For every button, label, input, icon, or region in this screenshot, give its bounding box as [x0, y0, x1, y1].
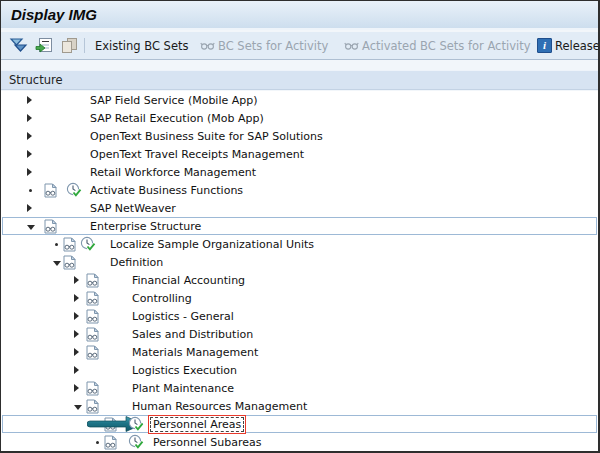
tree-row[interactable]: Plant Maintenance — [1, 379, 598, 397]
img-documentation-icon[interactable] — [63, 253, 76, 271]
tree-item-label[interactable]: SAP NetWeaver — [87, 201, 179, 216]
tree-item-label[interactable]: OpenText Travel Receipts Management — [87, 147, 307, 162]
existing-bc-sets-button[interactable]: Existing BC Sets — [95, 32, 188, 59]
tree-item-label[interactable]: Logistics Execution — [129, 363, 240, 378]
existing-bc-sets-label: Existing BC Sets — [95, 39, 188, 53]
bullet-dot — [94, 433, 99, 451]
toolbar: Existing BC Sets BC Sets for Activity — [1, 32, 598, 60]
tree-row[interactable]: OpenText Business Suite for SAP Solution… — [1, 127, 598, 145]
tree-row[interactable]: Logistics Execution — [1, 361, 598, 379]
img-documentation-icon[interactable] — [86, 307, 99, 325]
img-documentation-icon[interactable] — [86, 397, 99, 415]
img-activity-icon[interactable] — [128, 433, 144, 451]
expander-collapsed-icon[interactable] — [74, 379, 79, 397]
img-documentation-icon[interactable] — [86, 325, 99, 343]
release-notes-button[interactable]: i Release — [537, 32, 600, 59]
activated-bc-sets-for-activity-label: Activated BC Sets for Activity — [362, 39, 530, 53]
collapse-all-icon[interactable] — [9, 32, 28, 59]
tree-row[interactable]: SAP Retail Execution (Mob App) — [1, 109, 598, 127]
tree-row[interactable]: SAP Field Service (Mobile App) — [1, 91, 598, 109]
window-title: Display IMG — [11, 6, 97, 23]
img-activity-icon[interactable] — [80, 235, 96, 253]
activated-bc-sets-for-activity-button: Activated BC Sets for Activity — [344, 32, 530, 59]
img-documentation-icon[interactable] — [63, 235, 76, 253]
tree-item-label[interactable]: Human Resources Management — [129, 399, 310, 414]
expander-expanded-icon[interactable] — [53, 253, 61, 271]
img-documentation-icon[interactable] — [86, 379, 99, 397]
tree-item-label[interactable]: SAP Retail Execution (Mob App) — [87, 111, 267, 126]
tree-row[interactable]: Definition — [1, 253, 598, 271]
tree-row[interactable]: Controlling — [1, 289, 598, 307]
bc-sets-for-activity-button: BC Sets for Activity — [200, 32, 328, 59]
tree-row[interactable]: OpenText Travel Receipts Management — [1, 145, 598, 163]
tree-item-label[interactable]: Personnel Subareas — [150, 435, 264, 450]
tree-row[interactable]: Sales and Distribution — [1, 325, 598, 343]
tree-item-label[interactable]: Retail Workforce Management — [87, 165, 259, 180]
tree-row[interactable]: Localize Sample Organizational Units — [1, 235, 598, 253]
tree-row[interactable]: SAP NetWeaver — [1, 199, 598, 217]
glasses-icon — [344, 40, 359, 51]
tree-row[interactable]: Human Resources Management — [1, 397, 598, 415]
expander-expanded-icon[interactable] — [74, 397, 82, 415]
img-documentation-icon[interactable] — [86, 271, 99, 289]
tree-item-label[interactable]: Sales and Distribution — [129, 327, 256, 342]
img-documentation-icon[interactable] — [86, 343, 99, 361]
tree-row[interactable]: Materials Management — [1, 343, 598, 361]
expander-collapsed-icon[interactable] — [27, 199, 32, 217]
tree-row[interactable]: Financial Accounting — [1, 271, 598, 289]
tree-item-label[interactable]: Materials Management — [129, 345, 261, 360]
expander-collapsed-icon[interactable] — [74, 325, 79, 343]
tree-row[interactable]: Personnel Subareas — [1, 433, 598, 451]
img-documentation-icon[interactable] — [44, 181, 57, 199]
info-icon: i — [537, 38, 552, 53]
expander-collapsed-icon[interactable] — [74, 271, 79, 289]
tree-item-label[interactable]: Controlling — [129, 291, 195, 306]
tree-item-label[interactable]: Financial Accounting — [129, 273, 248, 288]
img-documentation-icon[interactable] — [104, 433, 117, 451]
expander-collapsed-icon[interactable] — [74, 343, 79, 361]
img-activity-icon[interactable] — [128, 415, 144, 433]
tree-item-label[interactable]: Activate Business Functions — [87, 183, 246, 198]
copy-icon — [61, 32, 78, 59]
expander-collapsed-icon[interactable] — [74, 307, 79, 325]
expander-collapsed-icon[interactable] — [74, 361, 79, 379]
toolbar-separator — [84, 38, 85, 53]
img-documentation-icon[interactable] — [86, 289, 99, 307]
tree-item-label[interactable]: Personnel Areas — [150, 417, 244, 432]
tree-item-label[interactable]: Logistics - General — [129, 309, 237, 324]
structure-header: Structure — [1, 70, 598, 90]
img-tree: SAP Field Service (Mobile App)SAP Retail… — [1, 91, 598, 451]
tree-item-label[interactable]: Localize Sample Organizational Units — [107, 237, 317, 252]
tree-item-label[interactable]: SAP Field Service (Mobile App) — [87, 93, 261, 108]
tree-item-label[interactable]: Definition — [107, 255, 166, 270]
expander-collapsed-icon[interactable] — [74, 289, 79, 307]
expander-collapsed-icon[interactable] — [27, 91, 32, 109]
tree-row[interactable]: Enterprise Structure — [1, 217, 598, 235]
tree-row[interactable]: Retail Workforce Management — [1, 163, 598, 181]
expander-expanded-icon[interactable] — [27, 217, 35, 235]
titlebar: Display IMG — [1, 1, 598, 30]
bullet-dot — [27, 181, 32, 199]
release-notes-label: Release — [555, 39, 600, 53]
sap-window: Display IMG Ex — [0, 0, 600, 453]
img-documentation-icon[interactable] — [44, 217, 57, 235]
bc-sets-for-activity-label: BC Sets for Activity — [218, 39, 328, 53]
tree-item-label[interactable]: Plant Maintenance — [129, 381, 237, 396]
img-activity-icon[interactable] — [66, 181, 82, 199]
tree-row[interactable]: Personnel Areas — [1, 415, 598, 433]
expander-collapsed-icon[interactable] — [27, 127, 32, 145]
glasses-icon — [200, 40, 215, 51]
bullet-dot — [53, 235, 58, 253]
tree-row[interactable]: Activate Business Functions — [1, 181, 598, 199]
tree-row[interactable]: Logistics - General — [1, 307, 598, 325]
expander-collapsed-icon[interactable] — [27, 109, 32, 127]
tree-item-label[interactable]: Enterprise Structure — [87, 219, 204, 234]
expander-collapsed-icon[interactable] — [27, 145, 32, 163]
structure-header-label: Structure — [9, 73, 63, 87]
tree-item-label[interactable]: OpenText Business Suite for SAP Solution… — [87, 129, 326, 144]
expander-collapsed-icon[interactable] — [27, 163, 32, 181]
display-bc-set-icon[interactable] — [35, 32, 53, 59]
